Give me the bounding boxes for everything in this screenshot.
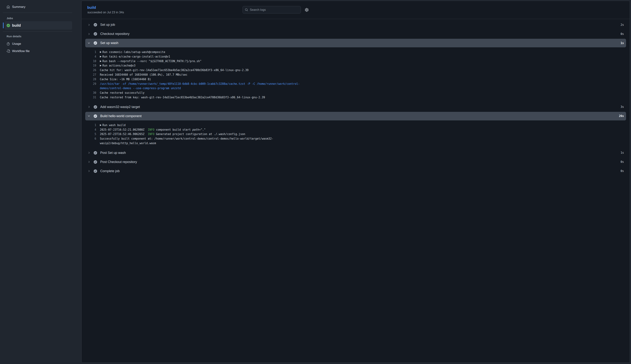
chevron-down-icon	[87, 42, 90, 44]
log-line-text: Run bash --noprofile --norc "${GITHUB_AC…	[100, 59, 308, 64]
home-icon	[7, 5, 10, 8]
steps-list: Set up job2sCheckout repository0sSet up …	[82, 19, 316, 176]
sidebar-divider	[3, 12, 72, 13]
run-triangle-icon	[100, 51, 102, 53]
run-details-heading: Run details	[0, 34, 81, 38]
step-header-set-up-job[interactable]: Set up job2s	[85, 20, 316, 29]
log-line: 30Cache restored successfully	[85, 91, 316, 95]
sidebar-job-item-build[interactable]: build	[5, 21, 72, 30]
selected-job-accent-bar	[3, 22, 4, 28]
chevron-right-icon	[87, 170, 90, 172]
log-line-text: /usr/bin/tar -xf /home/runner/work/_temp…	[100, 82, 308, 91]
step-name: Add wasm32-wasip2 target	[100, 105, 140, 109]
chevron-right-icon	[87, 24, 90, 26]
file-code-icon	[7, 50, 10, 53]
log-line-number[interactable]: 4	[85, 128, 96, 132]
sidebar-item-label: Workflow file	[12, 49, 30, 53]
step-header-complete-job[interactable]: Complete job0s	[85, 167, 316, 176]
sidebar-item-label: Usage	[12, 42, 21, 46]
job-item-wrap: build	[0, 21, 81, 30]
run-triangle-icon	[100, 65, 102, 66]
log-line-number[interactable]: 26	[85, 68, 96, 72]
sidebar-item-summary[interactable]: Summary	[0, 3, 81, 10]
step-name: Complete job	[100, 169, 120, 173]
log-line: 31Cache restored from key: wash-git-rev-…	[85, 95, 316, 100]
log-block: 1Run wash build42025-07-23T16:52:21.0629…	[85, 121, 316, 148]
log-line-number[interactable]: 29	[85, 82, 96, 86]
log-line-text: Cache restored successfully	[100, 91, 308, 95]
log-line: 26Cache hit for: wash-git-rev-14a51ee71e…	[85, 68, 316, 72]
check-circle-icon	[94, 160, 97, 164]
log-line: 1Run wash build	[85, 123, 316, 128]
log-line: 52025-07-23T16:52:46.906265Z INFO Genera…	[85, 132, 316, 136]
log-line-number[interactable]: 5	[85, 132, 96, 136]
log-line-text: Run wash build	[100, 123, 308, 128]
jobs-section-heading: Jobs	[0, 16, 81, 20]
job-status-line: succeeded on Jul 23 in 34s	[87, 10, 124, 14]
sidebar: Summary Jobs build Run details Usage Wor…	[0, 0, 81, 182]
log-line: 19Run actions/cache@v3	[85, 64, 316, 68]
step-header-set-up-wash[interactable]: Set up wash1s	[85, 39, 316, 47]
log-block: 1Run cosmonic-labs/setup-wash@composite4…	[85, 48, 316, 102]
chevron-right-icon	[87, 151, 90, 154]
log-line-number[interactable]: 27	[85, 72, 96, 77]
check-circle-icon	[94, 32, 97, 36]
sidebar-item-usage[interactable]: Usage	[0, 40, 81, 48]
log-line-text: 2025-07-23T16:52:46.906265Z INFO Generat…	[100, 132, 308, 136]
step-header-build-hello-world-component[interactable]: Build hello-world component26s	[85, 112, 316, 120]
step-header-add-wasm32-wasip2-target[interactable]: Add wasm32-wasip2 target3s	[85, 103, 316, 111]
log-line-text: 2025-07-23T16:52:21.062980Z INFO compone…	[100, 128, 308, 132]
search-icon	[245, 8, 248, 11]
search-placeholder: Search logs	[250, 8, 266, 12]
chevron-right-icon	[87, 106, 90, 108]
step-name: Post Checkout repository	[100, 160, 137, 164]
log-line-number[interactable]: 1	[85, 50, 96, 54]
log-line-text: Run cosmonic-labs/setup-wash@composite	[100, 50, 308, 54]
panel-header: build succeeded on Jul 23 in 34s Search …	[82, 1, 316, 19]
job-name: build	[12, 24, 21, 28]
check-circle-icon	[7, 24, 10, 27]
step-header-post-set-up-wash[interactable]: Post Set up wash1s	[85, 148, 316, 157]
log-line: 4Run taiki-e/cache-cargo-install-action@…	[85, 54, 316, 59]
log-line-number[interactable]: 31	[85, 95, 96, 100]
log-line-number[interactable]: 28	[85, 77, 96, 82]
gear-icon	[305, 8, 308, 12]
log-line: 6Successfully built component at: /home/…	[85, 136, 316, 146]
log-settings-button[interactable]	[305, 8, 308, 12]
check-circle-icon	[94, 151, 97, 154]
log-line: 1Run cosmonic-labs/setup-wash@composite	[85, 50, 316, 54]
log-line-text: Received 16834460 of 16834460 (100.0%), …	[100, 72, 308, 77]
log-line-number[interactable]: 6	[85, 136, 96, 141]
log-line: 28Cache Size: ~16 MB (16834460 B)	[85, 77, 316, 82]
stopwatch-icon	[7, 42, 10, 46]
log-line-number[interactable]: 19	[85, 64, 96, 68]
log-line-text: Cache hit for: wash-git-rev-14a51ee71ec6…	[100, 68, 308, 72]
run-triangle-icon	[100, 60, 102, 62]
check-circle-icon	[94, 114, 97, 118]
log-line-text: Cache restored from key: wash-git-rev-14…	[100, 95, 308, 100]
search-logs-input[interactable]: Search logs	[242, 6, 301, 14]
log-line-text: Successfully built component at: /home/r…	[100, 136, 308, 146]
check-circle-icon	[94, 170, 97, 173]
sidebar-item-label: Summary	[12, 5, 26, 9]
step-name: Set up job	[100, 23, 115, 27]
log-line: 10Run bash --noprofile --norc "${GITHUB_…	[85, 59, 316, 64]
log-line: 42025-07-23T16:52:21.062980Z INFO compon…	[85, 128, 316, 132]
step-name: Checkout repository	[100, 32, 130, 36]
log-line-number[interactable]: 30	[85, 91, 96, 95]
step-name: Set up wash	[100, 41, 118, 45]
log-line-text: Cache Size: ~16 MB (16834460 B)	[100, 77, 308, 82]
log-line-text: Run actions/cache@v3	[100, 64, 308, 68]
run-triangle-icon	[100, 56, 102, 58]
check-circle-icon	[94, 41, 97, 45]
check-circle-icon	[94, 105, 97, 109]
log-line-number[interactable]: 1	[85, 123, 96, 128]
step-header-post-checkout-repository[interactable]: Post Checkout repository0s	[85, 158, 316, 166]
step-name: Build hello-world component	[100, 114, 142, 118]
log-line-number[interactable]: 4	[85, 54, 96, 59]
log-line-text: Run taiki-e/cache-cargo-install-action@v…	[100, 54, 308, 59]
sidebar-item-workflow-file[interactable]: Workflow file	[0, 48, 81, 55]
job-title-link[interactable]: build	[87, 6, 96, 10]
step-header-checkout-repository[interactable]: Checkout repository0s	[85, 30, 316, 38]
log-line-number[interactable]: 10	[85, 59, 96, 64]
